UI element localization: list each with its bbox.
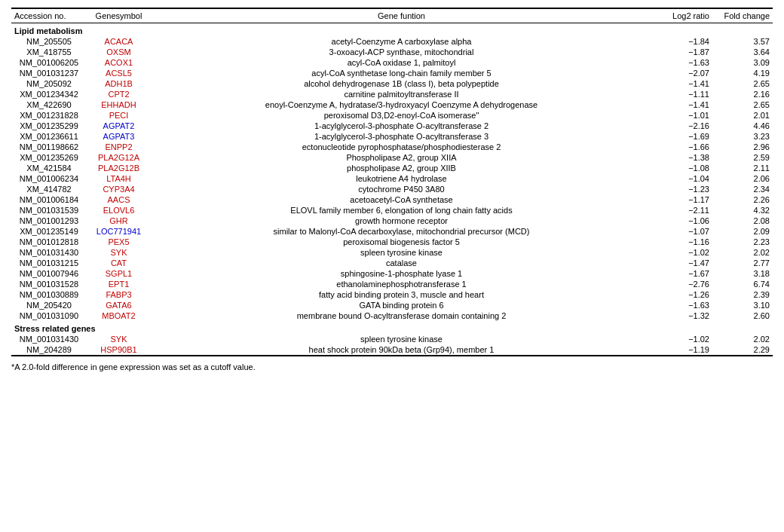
gene-function-cell: 1-acylglycerol-3-phosphate O-acyltransfe… bbox=[151, 121, 652, 131]
log2-cell: −2.76 bbox=[652, 279, 712, 289]
gene-function-cell: acetyl-Coenzyme A carboxylase alpha bbox=[151, 36, 652, 47]
footnote: *A 2.0-fold difference in gene expressio… bbox=[11, 362, 773, 371]
genesymbol-cell: CYP3A4 bbox=[87, 184, 151, 194]
fold-change-cell: 3.09 bbox=[712, 57, 773, 68]
accession-cell: NM_205420 bbox=[11, 300, 87, 310]
gene-function-cell: ELOVL family member 6, elongation of lon… bbox=[151, 205, 652, 216]
genesymbol-cell: EHHADH bbox=[87, 99, 151, 110]
log2-cell: −1.67 bbox=[652, 268, 712, 279]
gene-function-cell: growth hormone receptor bbox=[151, 216, 652, 226]
accession-cell: NM_001031237 bbox=[11, 68, 87, 78]
table-row: NM_001007946SGPL1sphingosine-1-phosphate… bbox=[11, 268, 773, 279]
genesymbol-cell: OXSM bbox=[87, 47, 151, 57]
genesymbol-cell: ACACA bbox=[87, 36, 151, 47]
log2-cell: −1.17 bbox=[652, 194, 712, 205]
log2-cell: −1.11 bbox=[652, 89, 712, 99]
gene-function-cell: catalase bbox=[151, 258, 652, 268]
accession-cell: NM_001198662 bbox=[11, 142, 87, 152]
gene-function-cell: carnitine palmitoyltransferase II bbox=[151, 89, 652, 99]
header-log2ratio: Log2 ratio bbox=[652, 8, 712, 23]
table-row: NM_001031430SYKspleen tyrosine kinase−1.… bbox=[11, 334, 773, 344]
gene-function-cell: 3-oxoacyl-ACP synthase, mitochondrial bbox=[151, 47, 652, 57]
table-row: XM_001235149LOC771941similar to Malonyl-… bbox=[11, 226, 773, 237]
log2-cell: −1.04 bbox=[652, 173, 712, 184]
genesymbol-cell: SYK bbox=[87, 247, 151, 258]
gene-function-cell: phospholipase A2, group XIIB bbox=[151, 163, 652, 173]
fold-change-cell: 3.10 bbox=[712, 300, 773, 310]
accession-cell: NM_205092 bbox=[11, 78, 87, 89]
accession-cell: NM_001031539 bbox=[11, 205, 87, 216]
genesymbol-cell: MBOAT2 bbox=[87, 310, 151, 321]
accession-cell: NM_001031215 bbox=[11, 258, 87, 268]
log2-cell: −1.02 bbox=[652, 334, 712, 344]
gene-function-cell: ethanolaminephosphotransferase 1 bbox=[151, 279, 652, 289]
genesymbol-cell: AGPAT2 bbox=[87, 121, 151, 131]
table-row: NM_205420GATA6GATA binding protein 6−1.6… bbox=[11, 300, 773, 310]
log2-cell: −1.23 bbox=[652, 184, 712, 194]
log2-cell: −1.66 bbox=[652, 142, 712, 152]
section-title: Lipid metabolism bbox=[11, 23, 773, 37]
fold-change-cell: 2.29 bbox=[712, 344, 773, 356]
fold-change-cell: 2.01 bbox=[712, 110, 773, 121]
fold-change-cell: 2.08 bbox=[712, 216, 773, 226]
log2-cell: −1.02 bbox=[652, 247, 712, 258]
gene-function-cell: acyl-CoA synthetase long-chain family me… bbox=[151, 68, 652, 78]
genesymbol-cell: CPT2 bbox=[87, 89, 151, 99]
accession-cell: XM_421584 bbox=[11, 163, 87, 173]
header-fold-change: Fold change bbox=[712, 8, 773, 23]
table-row: NM_205092ADH1Balcohol dehydrogenase 1B (… bbox=[11, 78, 773, 89]
accession-cell: NM_001030889 bbox=[11, 289, 87, 300]
fold-change-cell: 2.23 bbox=[712, 237, 773, 247]
gene-function-cell: enoyl-Coenzyme A, hydratase/3-hydroxyacy… bbox=[151, 99, 652, 110]
genesymbol-cell: CAT bbox=[87, 258, 151, 268]
accession-cell: NM_205505 bbox=[11, 36, 87, 47]
accession-cell: NM_204289 bbox=[11, 344, 87, 356]
genesymbol-cell: PECI bbox=[87, 110, 151, 121]
log2-cell: −2.16 bbox=[652, 121, 712, 131]
accession-cell: NM_001001293 bbox=[11, 216, 87, 226]
table-row: XM_001231828PECIperoxisomal D3,D2-enoyl-… bbox=[11, 110, 773, 121]
table-row: NM_001198662ENPP2ectonucleotide pyrophos… bbox=[11, 142, 773, 152]
genesymbol-cell: LTA4H bbox=[87, 173, 151, 184]
gene-function-cell: peroxisomal biogenesis factor 5 bbox=[151, 237, 652, 247]
gene-function-cell: alcohol dehydrogenase 1B (class I), beta… bbox=[151, 78, 652, 89]
table-row: XM_001234342CPT2carnitine palmitoyltrans… bbox=[11, 89, 773, 99]
table-row: NM_001031539ELOVL6ELOVL family member 6,… bbox=[11, 205, 773, 216]
accession-cell: XM_001235149 bbox=[11, 226, 87, 237]
log2-cell: −1.41 bbox=[652, 99, 712, 110]
fold-change-cell: 2.11 bbox=[712, 163, 773, 173]
accession-cell: NM_001031430 bbox=[11, 334, 87, 344]
fold-change-cell: 2.02 bbox=[712, 334, 773, 344]
table-header: Accession no. Genesymbol Gene funtion Lo… bbox=[11, 8, 773, 23]
fold-change-cell: 4.46 bbox=[712, 121, 773, 131]
table-row: XM_414782CYP3A4cytochrome P450 3A80−1.23… bbox=[11, 184, 773, 194]
gene-function-cell: spleen tyrosine kinase bbox=[151, 334, 652, 344]
header-gene-function: Gene funtion bbox=[151, 8, 652, 23]
table-row: NM_205505ACACAacetyl-Coenzyme A carboxyl… bbox=[11, 36, 773, 47]
log2-cell: −1.87 bbox=[652, 47, 712, 57]
log2-cell: −1.01 bbox=[652, 110, 712, 121]
gene-function-cell: sphingosine-1-phosphate lyase 1 bbox=[151, 268, 652, 279]
log2-cell: −1.84 bbox=[652, 36, 712, 47]
gene-function-cell: heat shock protein 90kDa beta (Grp94), m… bbox=[151, 344, 652, 356]
genesymbol-cell: AGPAT3 bbox=[87, 131, 151, 142]
table-row: NM_001031430SYKspleen tyrosine kinase−1.… bbox=[11, 247, 773, 258]
log2-cell: −1.41 bbox=[652, 78, 712, 89]
table-row: NM_001001293GHRgrowth hormone receptor−1… bbox=[11, 216, 773, 226]
accession-cell: NM_001006205 bbox=[11, 57, 87, 68]
accession-cell: XM_422690 bbox=[11, 99, 87, 110]
genesymbol-cell: EPT1 bbox=[87, 279, 151, 289]
table-row: XM_001235269PLA2G12APhospholipase A2, gr… bbox=[11, 152, 773, 163]
gene-function-cell: leukotriene A4 hydrolase bbox=[151, 173, 652, 184]
fold-change-cell: 2.16 bbox=[712, 89, 773, 99]
log2-cell: −1.63 bbox=[652, 57, 712, 68]
log2-cell: −1.63 bbox=[652, 300, 712, 310]
fold-change-cell: 4.19 bbox=[712, 68, 773, 78]
gene-function-cell: ectonucleotide pyrophosphatase/phosphodi… bbox=[151, 142, 652, 152]
fold-change-cell: 2.65 bbox=[712, 78, 773, 89]
accession-cell: XM_001234342 bbox=[11, 89, 87, 99]
genesymbol-cell: GATA6 bbox=[87, 300, 151, 310]
genesymbol-cell: PEX5 bbox=[87, 237, 151, 247]
genesymbol-cell: ENPP2 bbox=[87, 142, 151, 152]
genesymbol-cell: PLA2G12B bbox=[87, 163, 151, 173]
